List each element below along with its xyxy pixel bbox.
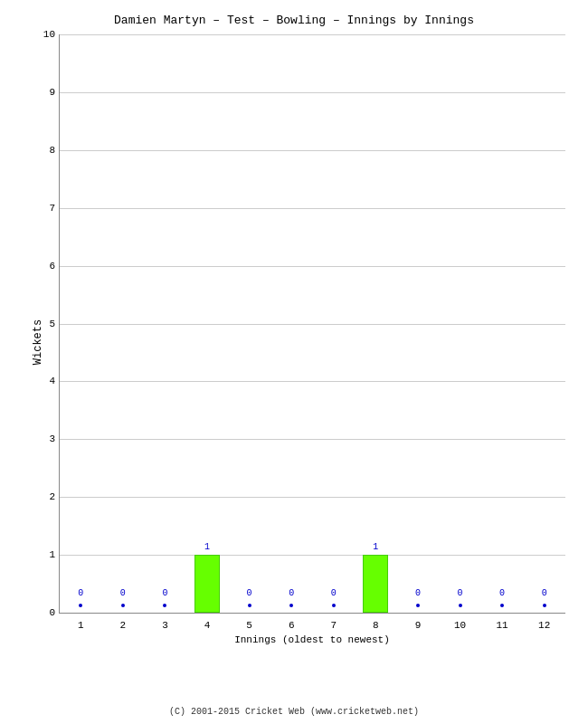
grid-line (60, 497, 565, 498)
x-tick-label: 6 (289, 620, 295, 631)
zero-dot (248, 604, 251, 607)
x-tick-label: 4 (204, 620, 211, 631)
grid-line (60, 381, 565, 382)
chart-title: Damien Martyn – Test – Bowling – Innings… (9, 9, 579, 27)
x-tick-label: 10 (454, 620, 466, 631)
y-tick-label: 10 (43, 29, 55, 40)
bar-value-label: 1 (204, 542, 210, 552)
grid-line (60, 34, 565, 35)
zero-dot (332, 604, 336, 607)
zero-label: 0 (78, 588, 83, 598)
y-tick-label: 6 (49, 261, 55, 272)
x-tick-label: 5 (246, 620, 252, 631)
y-tick-label: 0 (49, 607, 55, 618)
y-tick-label: 9 (49, 87, 55, 98)
chart-container: Damien Martyn – Test – Bowling – Innings… (0, 0, 588, 724)
grid-line (60, 92, 565, 93)
x-tick-label: 12 (538, 620, 550, 631)
zero-dot (163, 604, 166, 607)
grid-line (60, 150, 565, 151)
zero-dot (289, 604, 293, 607)
y-tick-label: 4 (49, 376, 55, 386)
bar (194, 555, 220, 613)
x-tick-label: 11 (497, 620, 508, 631)
bar-value-label: 1 (373, 542, 378, 552)
x-tick-label: 8 (373, 620, 379, 631)
x-tick-label: 9 (415, 620, 422, 631)
x-tick-label: 1 (78, 620, 84, 631)
x-tick-label: 2 (120, 620, 127, 631)
x-axis-title: Innings (oldest to newest) (59, 634, 565, 645)
zero-dot (543, 604, 546, 607)
grid-line (60, 439, 565, 440)
y-tick-label: 2 (49, 491, 55, 502)
copyright: (C) 2001-2015 Cricket Web (www.cricketwe… (0, 707, 588, 717)
zero-dot (79, 604, 82, 607)
zero-label: 0 (415, 588, 421, 598)
zero-dot (459, 604, 462, 607)
y-tick-label: 5 (49, 319, 55, 329)
grid-line (60, 266, 565, 267)
zero-dot (121, 604, 125, 607)
x-tick-label: 7 (330, 620, 337, 631)
chart-area: Wickets 01234567891012345678910111211000… (59, 34, 565, 650)
zero-label: 0 (542, 588, 547, 598)
grid-line (60, 208, 565, 209)
y-tick-label: 1 (49, 549, 55, 560)
y-tick-label: 3 (49, 433, 55, 444)
zero-label: 0 (499, 588, 505, 598)
zero-label: 0 (247, 588, 252, 598)
zero-dot (500, 604, 504, 607)
zero-label: 0 (120, 588, 126, 598)
y-tick-label: 8 (49, 145, 55, 156)
zero-label: 0 (458, 588, 463, 598)
y-tick-label: 7 (49, 203, 55, 214)
bar (363, 555, 388, 613)
zero-dot (416, 604, 420, 607)
zero-label: 0 (162, 588, 167, 598)
grid-line (60, 324, 565, 325)
zero-label: 0 (289, 588, 294, 598)
grid-line (60, 555, 565, 556)
plot-area: 012345678910123456789101112110000000000 (59, 34, 565, 614)
y-axis-label: Wickets (32, 319, 44, 365)
x-tick-label: 3 (162, 620, 168, 631)
zero-label: 0 (331, 588, 337, 598)
